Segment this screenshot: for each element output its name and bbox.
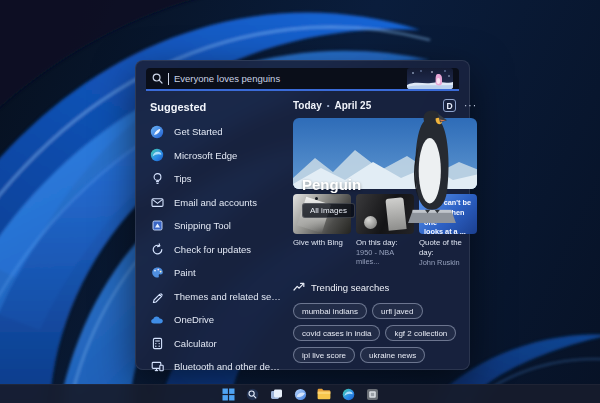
edge-icon (150, 148, 164, 162)
suggested-item-label: Tips (174, 173, 192, 184)
search-flyout-panel: Everyone loves penguins Suggested (135, 60, 470, 370)
start-button[interactable] (221, 387, 236, 402)
updates-icon (150, 242, 164, 256)
desktop: Everyone loves penguins Suggested (0, 0, 600, 403)
devices-icon (150, 360, 164, 374)
penguin-easter-egg-illustration (407, 68, 453, 89)
basketball-icon (364, 216, 377, 229)
suggested-heading: Suggested (150, 101, 281, 113)
today-date: April 25 (335, 100, 372, 111)
calculator-icon (150, 336, 164, 350)
suggested-item-label: Check for updates (174, 244, 251, 255)
card-caption: Give with Bing (293, 238, 351, 248)
suggested-item-label: Get Started (174, 126, 223, 137)
quote-text: looks at a ... (424, 227, 472, 234)
email-icon (150, 195, 164, 209)
tips-icon (150, 172, 164, 186)
card-caption: Quote of the day: (419, 238, 477, 257)
suggested-item-label: Paint (174, 267, 196, 278)
penguin-image (403, 107, 461, 224)
all-images-button[interactable]: All images (302, 203, 355, 218)
themes-icon (150, 289, 164, 303)
hero-penguin-card[interactable]: Penguin All images (293, 118, 477, 189)
suggested-item-get-started[interactable]: Get Started (148, 120, 281, 144)
widgets-icon[interactable] (293, 387, 308, 402)
more-options-button[interactable]: ··· (464, 103, 477, 109)
search-icon (152, 73, 163, 84)
today-label: Today (293, 100, 322, 111)
trending-chip[interactable]: ukraine news (360, 347, 425, 363)
taskbar (0, 384, 600, 403)
suggested-item-label: Bluetooth and other devices sett... (174, 361, 281, 372)
trending-heading: Trending searches (311, 282, 389, 293)
suggested-item-microsoft-edge[interactable]: Microsoft Edge (148, 144, 281, 168)
trending-chip[interactable]: urfi javed (372, 303, 422, 319)
suggested-item-check-updates[interactable]: Check for updates (148, 238, 281, 262)
suggested-item-paint[interactable]: Paint (148, 261, 281, 285)
suggested-item-onedrive[interactable]: OneDrive (148, 308, 281, 332)
suggested-item-label: OneDrive (174, 314, 214, 325)
today-section: Today • April 25 D ··· (293, 97, 477, 363)
suggested-item-label: Email and accounts (174, 197, 257, 208)
card-subcaption: 1950 - NBA miles... (356, 248, 414, 267)
task-view-icon[interactable] (269, 387, 284, 402)
search-input[interactable]: Everyone loves penguins (146, 68, 459, 91)
carousel-dot (315, 197, 318, 200)
card-caption: On this day: (356, 238, 414, 248)
onedrive-icon (150, 313, 164, 327)
suggested-item-calculator[interactable]: Calculator (148, 332, 281, 356)
suggested-item-label: Calculator (174, 338, 217, 349)
taskbar-search-icon[interactable] (245, 387, 260, 402)
trending-chip[interactable]: covid cases in india (293, 325, 380, 341)
trending-chips: mumbai indians urfi javed covid cases in… (293, 303, 477, 363)
trending-chip[interactable]: ipl live score (293, 347, 355, 363)
today-separator: • (327, 101, 330, 110)
paint-icon (150, 266, 164, 280)
trending-chip[interactable]: mumbai indians (293, 303, 367, 319)
card-subcaption: John Ruskin (419, 258, 477, 267)
snipping-tool-icon (150, 219, 164, 233)
get-started-icon (150, 125, 164, 139)
suggested-item-bluetooth-devices[interactable]: Bluetooth and other devices sett... (148, 355, 281, 379)
app-icon[interactable] (365, 387, 380, 402)
suggested-item-snipping-tool[interactable]: Snipping Tool (148, 214, 281, 238)
suggested-item-label: Themes and related settings (174, 291, 281, 302)
suggested-item-label: Microsoft Edge (174, 150, 237, 161)
search-query-text: Everyone loves penguins (174, 73, 402, 84)
suggested-item-themes[interactable]: Themes and related settings (148, 285, 281, 309)
text-caret (168, 73, 169, 85)
taskbar-edge-icon[interactable] (341, 387, 356, 402)
trending-icon (293, 278, 305, 296)
suggested-item-email-accounts[interactable]: Email and accounts (148, 191, 281, 215)
suggested-item-label: Snipping Tool (174, 220, 231, 231)
suggested-section: Suggested Get Started Microsoft Edge (148, 97, 281, 363)
file-explorer-icon[interactable] (317, 387, 332, 402)
suggested-item-tips[interactable]: Tips (148, 167, 281, 191)
trending-chip[interactable]: kgf 2 collection (385, 325, 456, 341)
hero-title: Penguin (302, 176, 361, 193)
